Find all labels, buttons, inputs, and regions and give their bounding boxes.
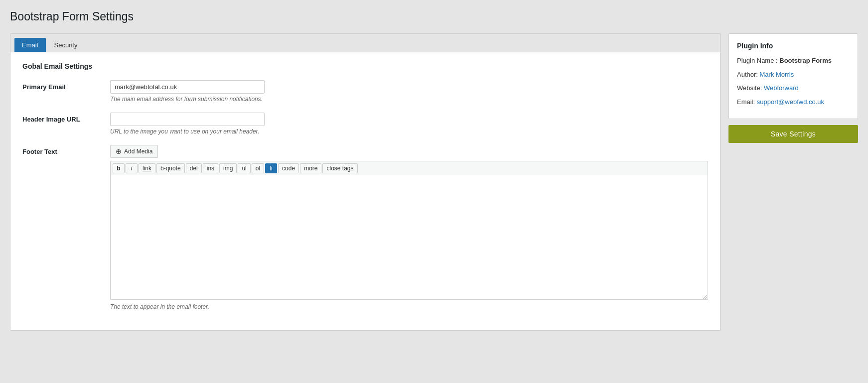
plugin-info-title: Plugin Info: [737, 42, 850, 50]
author-label: Author:: [737, 71, 760, 78]
plugin-info-box: Plugin Info Plugin Name : Bootstrap Form…: [728, 33, 858, 119]
tab-email[interactable]: Email: [14, 38, 46, 52]
main-layout: Email Security Gobal Email Settings Prim…: [10, 33, 858, 331]
plugin-name-row: Plugin Name : Bootstrap Forms: [737, 56, 850, 66]
panel-body: Gobal Email Settings Primary Email The m…: [10, 52, 720, 330]
toolbar-btn-del[interactable]: del: [186, 163, 202, 173]
footer-text-label: Footer Text: [22, 145, 102, 155]
email-label: Email:: [737, 98, 757, 106]
website-row: Website: Webforward: [737, 83, 850, 93]
toolbar-btn-b[interactable]: b: [113, 163, 125, 173]
toolbar-btn-close-tags[interactable]: close tags: [322, 163, 357, 173]
toolbar-btn-i[interactable]: i: [126, 163, 138, 173]
tabs-bar: Email Security: [10, 34, 720, 52]
footer-text-row: Footer Text ⊕ Add Media b i link b-quot: [22, 145, 708, 310]
header-image-help: URL to the image you want to use on your…: [110, 128, 708, 135]
toolbar-btn-ol[interactable]: ol: [252, 163, 264, 173]
header-image-row: Header Image URL URL to the image you wa…: [22, 113, 708, 135]
footer-text-editor[interactable]: [110, 175, 708, 300]
website-link[interactable]: Webforward: [764, 84, 799, 92]
primary-email-label: Primary Email: [22, 80, 102, 91]
add-media-button[interactable]: ⊕ Add Media: [110, 145, 158, 158]
primary-email-field: The main email address for form submissi…: [110, 80, 708, 103]
toolbar-btn-more[interactable]: more: [300, 163, 321, 173]
toolbar-btn-code[interactable]: code: [278, 163, 299, 173]
header-image-field: URL to the image you want to use on your…: [110, 113, 708, 135]
toolbar-btn-img[interactable]: img: [219, 163, 237, 173]
plugin-name-value: Bootstrap Forms: [779, 57, 832, 64]
editor-toolbar: b i link b-quote del ins img ul ol li co…: [110, 161, 708, 175]
plugin-name-label: Plugin Name :: [737, 57, 779, 64]
page-title: Bootstrap Form Settings: [10, 10, 858, 23]
add-media-icon: ⊕: [116, 147, 122, 155]
sidebar: Plugin Info Plugin Name : Bootstrap Form…: [728, 33, 858, 143]
toolbar-btn-li[interactable]: li: [265, 163, 277, 173]
toolbar-btn-ins[interactable]: ins: [203, 163, 218, 173]
toolbar-btn-ul[interactable]: ul: [238, 163, 250, 173]
primary-email-row: Primary Email The main email address for…: [22, 80, 708, 103]
page-wrapper: Bootstrap Form Settings Email Security G…: [0, 0, 868, 341]
toolbar-btn-link[interactable]: link: [139, 163, 155, 173]
header-image-input[interactable]: [110, 113, 265, 126]
save-settings-button[interactable]: Save Settings: [728, 125, 858, 143]
toolbar-btn-bquote[interactable]: b-quote: [156, 163, 185, 173]
tab-security[interactable]: Security: [47, 38, 85, 52]
author-link[interactable]: Mark Morris: [760, 71, 794, 78]
section-title: Gobal Email Settings: [22, 62, 708, 70]
email-link[interactable]: support@webfwd.co.uk: [757, 98, 824, 106]
primary-email-input[interactable]: [110, 80, 265, 94]
add-media-label: Add Media: [124, 148, 152, 155]
website-label: Website:: [737, 84, 764, 92]
footer-text-help: The text to appear in the email footer.: [110, 303, 708, 310]
header-image-label: Header Image URL: [22, 113, 102, 123]
email-row: Email: support@webfwd.co.uk: [737, 97, 850, 107]
content-panel: Email Security Gobal Email Settings Prim…: [10, 33, 721, 331]
footer-text-field: ⊕ Add Media b i link b-quote del ins img: [110, 145, 708, 310]
author-row: Author: Mark Morris: [737, 70, 850, 80]
primary-email-help: The main email address for form submissi…: [110, 96, 708, 103]
